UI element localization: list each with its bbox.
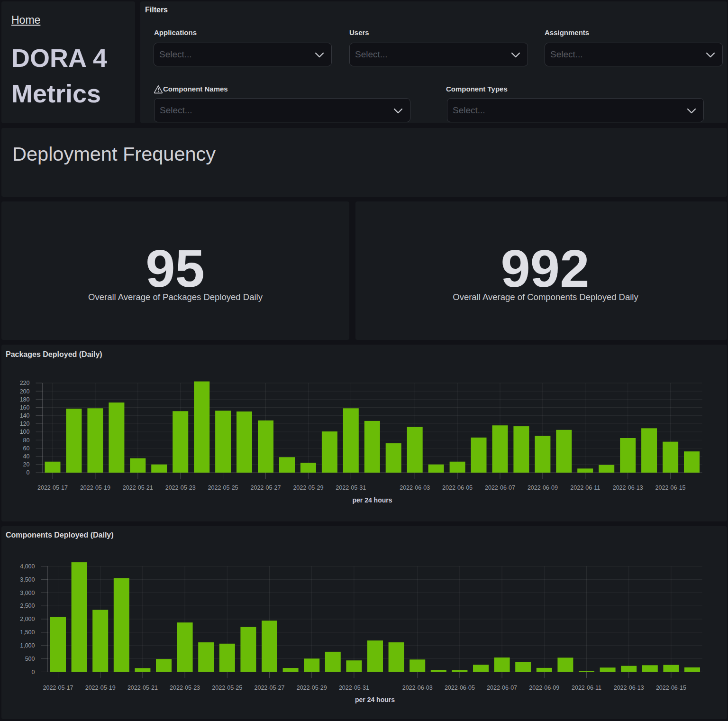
svg-text:2022-06-05: 2022-06-05	[444, 684, 474, 691]
svg-text:220: 220	[19, 380, 29, 386]
svg-text:2022-05-19: 2022-05-19	[85, 684, 115, 691]
svg-text:2022-06-13: 2022-06-13	[612, 484, 643, 491]
svg-text:2022-05-17: 2022-05-17	[37, 484, 68, 491]
svg-text:2022-05-31: 2022-05-31	[336, 484, 366, 491]
svg-text:2022-05-23: 2022-05-23	[165, 484, 195, 491]
svg-text:2022-06-03: 2022-06-03	[402, 684, 432, 691]
svg-text:2022-06-07: 2022-06-07	[487, 684, 517, 691]
svg-text:4,000: 4,000	[20, 563, 35, 570]
svg-text:200: 200	[19, 388, 29, 395]
svg-text:2022-06-13: 2022-06-13	[613, 684, 644, 691]
svg-text:100: 100	[19, 429, 29, 435]
svg-text:2022-06-03: 2022-06-03	[400, 484, 430, 491]
svg-text:2022-06-09: 2022-06-09	[529, 684, 559, 691]
svg-text:60: 60	[23, 445, 29, 452]
svg-text:2022-05-21: 2022-05-21	[127, 684, 157, 691]
svg-text:2022-06-11: 2022-06-11	[570, 484, 600, 491]
svg-text:2022-05-21: 2022-05-21	[122, 484, 153, 491]
svg-text:2022-05-25: 2022-05-25	[212, 684, 242, 691]
svg-text:140: 140	[19, 412, 29, 419]
svg-text:1,500: 1,500	[20, 629, 35, 636]
svg-text:2022-05-29: 2022-05-29	[293, 484, 323, 491]
svg-text:1,000: 1,000	[20, 642, 35, 649]
svg-text:2022-05-19: 2022-05-19	[80, 484, 110, 491]
svg-text:2,500: 2,500	[20, 602, 35, 609]
svg-text:500: 500	[25, 656, 35, 662]
svg-text:0: 0	[31, 669, 35, 675]
svg-text:2022-06-09: 2022-06-09	[527, 484, 557, 491]
svg-text:2022-06-07: 2022-06-07	[485, 484, 515, 491]
svg-text:80: 80	[23, 437, 29, 444]
svg-text:2022-06-11: 2022-06-11	[571, 684, 601, 691]
svg-text:160: 160	[19, 404, 29, 411]
svg-text:20: 20	[23, 461, 29, 468]
svg-text:per 24 hours: per 24 hours	[352, 496, 392, 504]
svg-text:2022-06-15: 2022-06-15	[655, 484, 685, 491]
svg-text:40: 40	[23, 453, 29, 460]
svg-text:2022-05-29: 2022-05-29	[296, 684, 327, 691]
svg-text:0: 0	[26, 469, 29, 476]
svg-text:2022-05-23: 2022-05-23	[170, 684, 200, 691]
svg-text:2,000: 2,000	[20, 616, 35, 622]
svg-text:2022-05-27: 2022-05-27	[254, 684, 284, 691]
svg-text:180: 180	[19, 396, 29, 403]
svg-text:2022-06-15: 2022-06-15	[655, 684, 686, 691]
svg-text:2022-05-31: 2022-05-31	[338, 684, 369, 691]
svg-text:2022-05-27: 2022-05-27	[250, 484, 281, 491]
svg-text:3,000: 3,000	[20, 590, 35, 596]
svg-text:2022-05-25: 2022-05-25	[208, 484, 238, 491]
svg-text:3,500: 3,500	[20, 576, 35, 583]
svg-text:per 24 hours: per 24 hours	[355, 696, 394, 703]
svg-text:120: 120	[19, 420, 29, 427]
svg-text:2022-06-05: 2022-06-05	[442, 484, 473, 491]
svg-text:2022-05-17: 2022-05-17	[43, 684, 73, 691]
